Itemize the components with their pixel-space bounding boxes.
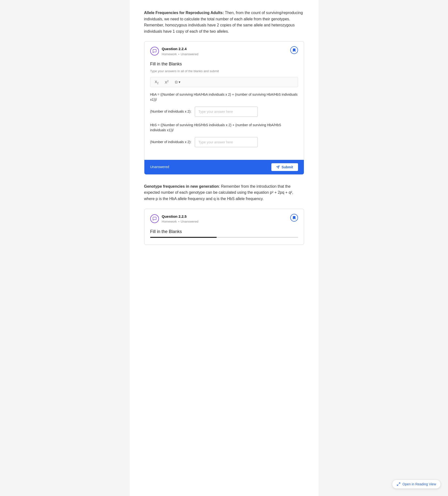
fill-blanks-instruction-224: Type your answers in all of the blanks a… xyxy=(150,69,298,74)
answer-input-2[interactable] xyxy=(195,137,258,147)
dot-224 xyxy=(178,54,179,55)
submit-button-224[interactable]: Submit xyxy=(271,163,298,171)
bookmark-button-225[interactable] xyxy=(290,214,298,222)
answer-label-2: (Number of individuals x 2): xyxy=(150,140,192,145)
bookmark-icon-225 xyxy=(292,216,296,220)
answer-row-1: (Number of individuals x 2): xyxy=(150,107,298,117)
question-footer-224: Unanswered Submit xyxy=(144,160,304,174)
homework-label-225: Homework xyxy=(162,219,177,224)
question-card-225: Question 2.2.5 Homework Unanswered Fi xyxy=(144,209,304,245)
bookmark-button-224[interactable] xyxy=(290,46,298,54)
question-title-225: Question 2.2.5 xyxy=(162,214,198,219)
footer-status-224: Unanswered xyxy=(150,164,169,170)
subscript-label: X2 xyxy=(155,80,159,85)
status-label-225: Unanswered xyxy=(181,219,198,224)
question-icon-225 xyxy=(150,214,159,223)
section-text-2: Genotype frequencies in new generation: … xyxy=(144,183,304,202)
question-card-body-225: Question 2.2.5 Homework Unanswered Fi xyxy=(144,209,304,245)
question-header-224: Question 2.2.4 Homework Unanswered xyxy=(150,46,298,56)
answer-row-2: (Number of individuals x 2): xyxy=(150,137,298,147)
question-header-left-224: Question 2.2.4 Homework Unanswered xyxy=(150,46,198,56)
progress-bar-fill-225 xyxy=(150,237,217,238)
chat-icon-225 xyxy=(152,217,157,221)
editor-toolbar-224: X2 X2 Ω ▾ xyxy=(150,77,298,87)
question-subtitle-224: Homework Unanswered xyxy=(162,52,198,57)
submit-label-224: Submit xyxy=(282,165,293,169)
superscript-label: X2 xyxy=(165,80,169,84)
question-card-body-224: Question 2.2.4 Homework Unanswered Fi xyxy=(144,41,304,160)
section-bold-2: Genotype frequencies in new generation xyxy=(144,184,219,188)
progress-bar-container-225 xyxy=(150,237,298,238)
svg-line-3 xyxy=(397,484,398,486)
question-card-224: Question 2.2.4 Homework Unanswered Fi xyxy=(144,41,304,175)
answer-label-1: (Number of individuals x 2): xyxy=(150,109,192,114)
reading-view-label: Open in Reading View xyxy=(402,482,436,486)
subscript-button[interactable]: X2 xyxy=(154,79,160,85)
send-icon xyxy=(276,165,280,169)
question-header-left-225: Question 2.2.5 Homework Unanswered xyxy=(150,214,198,224)
equation-line-2: HbS = ((Number of surviving HbS/HbS indi… xyxy=(150,123,298,133)
fill-blanks-title-224: Fill in the Blanks xyxy=(150,61,298,67)
chat-icon xyxy=(152,49,157,53)
omega-button[interactable]: Ω ▾ xyxy=(174,79,181,85)
question-icon-224 xyxy=(150,47,159,55)
question-subtitle-225: Homework Unanswered xyxy=(162,219,198,224)
dot-225 xyxy=(178,221,179,222)
question-meta-224: Question 2.2.4 Homework Unanswered xyxy=(162,46,198,56)
intro-text-1: Allele Frequencies for Reproducing Adult… xyxy=(144,10,304,34)
intro-bold-1: Allele Frequencies for Reproducing Adult… xyxy=(144,11,224,15)
superscript-button[interactable]: X2 xyxy=(164,79,170,85)
answer-input-1[interactable] xyxy=(195,107,258,117)
expand-icon xyxy=(397,482,400,486)
page-container: Allele Frequencies for Reproducing Adult… xyxy=(130,0,319,496)
reading-view-button[interactable]: Open in Reading View xyxy=(392,480,441,489)
svg-line-2 xyxy=(399,483,400,484)
omega-label: Ω ▾ xyxy=(175,80,180,84)
homework-label-224: Homework xyxy=(162,52,177,57)
equation-line-1: HbA = ((Number of surviving HbA/HbA indi… xyxy=(150,92,298,102)
question-header-225: Question 2.2.5 Homework Unanswered xyxy=(150,214,298,224)
status-label-224: Unanswered xyxy=(181,52,198,57)
question-title-224: Question 2.2.4 xyxy=(162,46,198,52)
bookmark-icon-224 xyxy=(292,48,296,52)
fill-blanks-title-225: Fill in the Blanks xyxy=(150,228,298,235)
question-meta-225: Question 2.2.5 Homework Unanswered xyxy=(162,214,198,224)
